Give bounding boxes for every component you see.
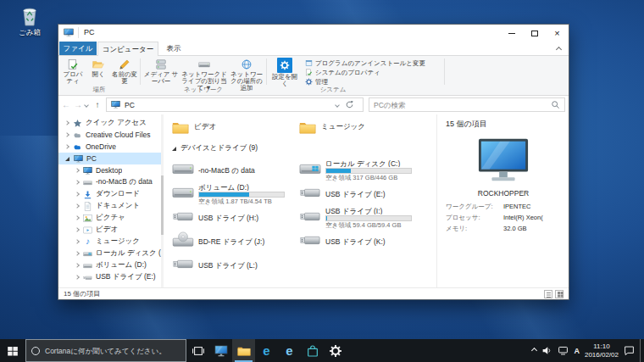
system-properties-button[interactable]: システムのプロパティ — [305, 68, 380, 77]
nav-item-local-disk-c[interactable]: ローカル ディスク (C:) — [58, 248, 164, 259]
nav-item-creative-cloud[interactable]: Creative Cloud Files — [58, 129, 164, 141]
add-network-location-button[interactable]: ネットワークの場所の追加 — [229, 58, 264, 86]
cortana-search[interactable] — [25, 339, 186, 362]
drive-item-l[interactable]: USB ドライブ (L:) — [172, 253, 299, 276]
drive-item-i[interactable]: USB ドライブ (I:) 空き領域 59.4 GB/59.4 GB — [299, 205, 426, 229]
volume-icon[interactable] — [541, 345, 552, 356]
system-drive-icon — [299, 160, 321, 177]
forward-button[interactable]: → — [72, 99, 84, 111]
nav-item-desktop[interactable]: Desktop — [58, 164, 164, 176]
search-input[interactable] — [374, 101, 551, 109]
edge-icon: e — [263, 344, 269, 357]
recent-locations-button[interactable] — [84, 103, 89, 108]
settings-tile-icon — [277, 58, 292, 73]
up-button[interactable]: ↑ — [92, 99, 103, 111]
cortana-icon — [31, 347, 40, 355]
map-network-drive-button[interactable]: ネットワークドライブの割り当て ▼ — [181, 58, 227, 86]
back-button[interactable]: ← — [60, 99, 72, 111]
open-settings-button[interactable]: 設定を開く — [269, 58, 300, 86]
nav-item-pc[interactable]: PC — [58, 153, 164, 164]
details-row-processor: プロセッサ: Intel(R) Xeon( — [446, 214, 568, 221]
drive-item-h[interactable]: USB ドライブ (H:) — [172, 205, 299, 229]
address-dropdown-icon[interactable] — [335, 103, 340, 108]
cortana-input[interactable] — [45, 347, 180, 355]
nav-item-quick-access[interactable]: クイック アクセス — [58, 117, 164, 129]
scrollbar-thumb[interactable] — [161, 175, 164, 235]
nav-item-downloads[interactable]: ダウンロード — [58, 188, 164, 200]
large-icons-view-button[interactable] — [555, 290, 564, 298]
usb-drive-icon — [299, 208, 321, 225]
folder-item-videos[interactable]: ビデオ — [172, 118, 299, 136]
date: 2016/02/02 — [585, 351, 619, 359]
caption-buttons: × — [500, 25, 569, 42]
tab-view[interactable]: 表示 — [159, 42, 188, 55]
scrollbar[interactable] — [161, 114, 164, 287]
ime-indicator[interactable]: A — [574, 347, 580, 355]
drive-item-data[interactable]: -no-MacB の data — [172, 158, 299, 181]
drive-item-k[interactable]: USB ドライブ (K:) — [299, 229, 426, 253]
start-button[interactable] — [0, 339, 25, 362]
store-bag-icon — [306, 344, 319, 358]
access-media-button[interactable]: メディア サーバー — [142, 58, 180, 86]
network-icon[interactable] — [558, 345, 569, 356]
recycle-bin[interactable]: ごみ箱 — [10, 5, 49, 38]
taskbar-app-store[interactable] — [301, 339, 324, 362]
folder-item-music[interactable]: ミュージック — [299, 118, 426, 136]
nav-item-onedrive[interactable]: OneDrive — [58, 141, 164, 153]
collapse-ribbon-button[interactable] — [554, 46, 563, 53]
refresh-icon[interactable] — [345, 100, 354, 109]
taskbar-app-explorer[interactable] — [232, 339, 255, 362]
action-center-icon[interactable] — [624, 345, 635, 356]
nav-item-usb-e[interactable]: USB ドライブ (E:) — [58, 271, 164, 283]
download-icon — [83, 190, 92, 199]
nav-item-music[interactable]: ♪ ミュージック — [58, 236, 164, 248]
open-button[interactable]: 開く — [86, 58, 110, 86]
view-buttons — [544, 290, 564, 298]
nav-item-documents[interactable]: ドキュメント — [58, 200, 164, 212]
minimize-button[interactable] — [500, 25, 523, 42]
onedrive-icon — [73, 142, 82, 152]
drive-icon — [83, 178, 92, 187]
tab-file[interactable]: ファイル — [59, 42, 97, 55]
file-list: ビデオ ミュージック デバイスとドライブ (9) -no-MacB の data — [167, 114, 435, 287]
close-button[interactable]: × — [546, 25, 569, 42]
clock[interactable]: 11:10 2016/02/02 — [585, 343, 619, 359]
properties-icon — [67, 58, 79, 70]
drives-grid: -no-MacB の data ローカル ディスク (C:) 空き領域 317 … — [172, 158, 435, 276]
capacity-bar — [198, 192, 285, 197]
show-desktop-button[interactable] — [640, 339, 642, 362]
taskbar-app-ie[interactable]: e — [278, 339, 301, 362]
group-label-location: 場所 — [60, 86, 138, 94]
address-bar[interactable]: PC — [106, 97, 364, 112]
free-space-label: 空き領域 317 GB/446 GB — [325, 175, 422, 181]
titlebar[interactable]: PC × — [58, 25, 569, 42]
uninstall-program-button[interactable]: プログラムのアンインストールと変更 — [305, 58, 425, 68]
nav-item-data-drive[interactable]: -no-MacB の data — [58, 176, 164, 188]
maximize-button[interactable] — [523, 25, 546, 42]
chevron-right-icon — [75, 275, 80, 280]
search-box[interactable] — [369, 97, 565, 112]
usb-drive-icon — [172, 208, 194, 225]
breadcrumb[interactable]: PC — [125, 101, 336, 109]
chevron-right-icon — [75, 251, 80, 256]
nav-item-pictures[interactable]: ピクチャ — [58, 212, 164, 224]
desktop-icon — [83, 166, 92, 175]
drive-item-d[interactable]: ボリューム (D:) 空き領域 1.87 TB/4.54 TB — [172, 181, 299, 205]
drive-item-j[interactable]: BD-RE ドライブ (J:) — [172, 229, 299, 253]
taskbar-app-settings[interactable] — [324, 339, 347, 362]
tray-expand-icon[interactable] — [531, 348, 537, 354]
chevron-right-icon — [75, 227, 80, 232]
nav-item-videos[interactable]: ビデオ — [58, 224, 164, 236]
rename-button[interactable]: 名前の変更 — [111, 58, 138, 86]
taskbar-app-monitor[interactable] — [209, 339, 232, 362]
properties-button[interactable]: プロパティ — [60, 58, 86, 86]
tab-computer[interactable]: コンピューター — [97, 42, 158, 56]
drive-item-c[interactable]: ローカル ディスク (C:) 空き領域 317 GB/446 GB — [299, 158, 426, 181]
details-view-button[interactable] — [544, 290, 552, 298]
nav-item-volume-d[interactable]: ボリューム (D:) — [58, 259, 164, 271]
explorer-window: PC × ファイル コンピューター 表示 プロパティ 開く — [58, 24, 569, 300]
drive-item-e[interactable]: USB ドライブ (E:) — [299, 181, 426, 205]
task-view-button[interactable] — [186, 339, 209, 362]
taskbar-app-edge[interactable]: e — [255, 339, 278, 362]
section-header-devices[interactable]: デバイスとドライブ (9) — [172, 143, 435, 153]
